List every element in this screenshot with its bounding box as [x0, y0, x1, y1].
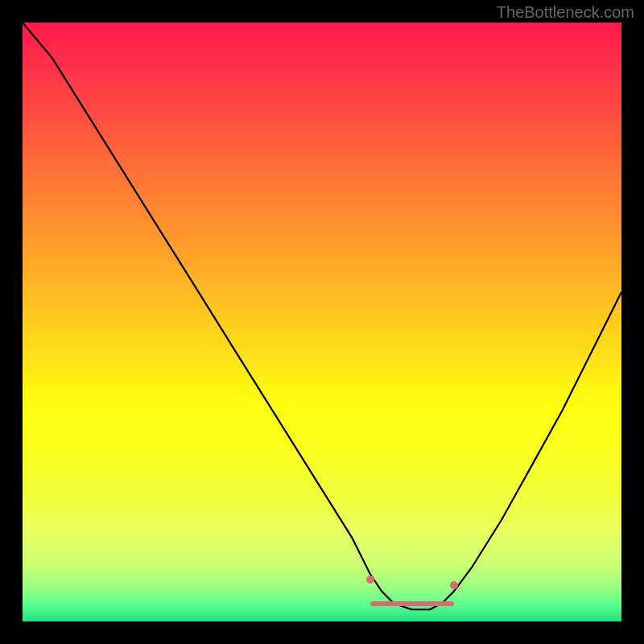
plot-area	[23, 23, 621, 621]
marker-dot	[450, 581, 458, 589]
bottleneck-curve	[23, 23, 621, 621]
watermark-text: TheBottleneck.com	[497, 3, 634, 22]
optimal-zone-line	[370, 601, 454, 606]
marker-dot	[366, 576, 374, 584]
